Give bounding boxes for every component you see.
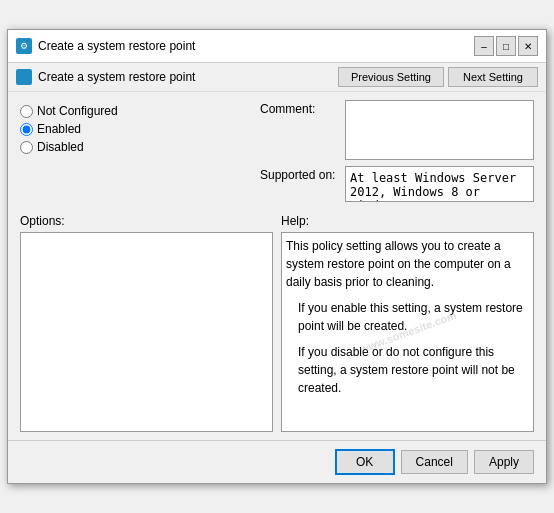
window-icon: ⚙ bbox=[16, 38, 32, 54]
help-box[interactable]: www.somesite.com This policy setting all… bbox=[281, 232, 534, 432]
nav-buttons: Previous Setting Next Setting bbox=[338, 67, 538, 87]
help-text-1: This policy setting allows you to create… bbox=[286, 237, 529, 291]
options-panel: Options: bbox=[20, 214, 273, 432]
comment-row: Comment: bbox=[260, 100, 534, 160]
ok-button[interactable]: OK bbox=[335, 449, 395, 475]
radio-group: Not Configured Enabled Disabled bbox=[20, 100, 140, 154]
radio-enabled-input[interactable] bbox=[20, 123, 33, 136]
right-panel: Comment: Supported on: bbox=[260, 100, 534, 210]
help-text-3: If you disable or do not configure this … bbox=[298, 343, 529, 397]
help-text-2: If you enable this setting, a system res… bbox=[298, 299, 529, 335]
subtitle-text: Create a system restore point bbox=[38, 70, 195, 84]
lower-section: Options: Help: www.somesite.com This pol… bbox=[20, 214, 534, 432]
previous-setting-button[interactable]: Previous Setting bbox=[338, 67, 444, 87]
main-window: ⚙ Create a system restore point – □ ✕ Cr… bbox=[7, 29, 547, 484]
radio-not-configured-input[interactable] bbox=[20, 105, 33, 118]
comment-label: Comment: bbox=[260, 100, 345, 116]
title-bar-controls: – □ ✕ bbox=[474, 36, 538, 56]
subtitle-left: Create a system restore point bbox=[16, 69, 195, 85]
top-section: Not Configured Enabled Disabled Comment: bbox=[20, 100, 534, 210]
title-bar-left: ⚙ Create a system restore point bbox=[16, 38, 195, 54]
minimize-button[interactable]: – bbox=[474, 36, 494, 56]
radio-disabled[interactable]: Disabled bbox=[20, 140, 140, 154]
close-button[interactable]: ✕ bbox=[518, 36, 538, 56]
options-box[interactable] bbox=[20, 232, 273, 432]
help-panel: Help: www.somesite.com This policy setti… bbox=[281, 214, 534, 432]
title-bar: ⚙ Create a system restore point – □ ✕ bbox=[8, 30, 546, 63]
radio-disabled-label: Disabled bbox=[37, 140, 84, 154]
bottom-bar: OK Cancel Apply bbox=[8, 440, 546, 483]
subtitle-icon bbox=[16, 69, 32, 85]
radio-not-configured-label: Not Configured bbox=[37, 104, 118, 118]
comment-input[interactable] bbox=[345, 100, 534, 160]
radio-enabled-label: Enabled bbox=[37, 122, 81, 136]
radio-enabled[interactable]: Enabled bbox=[20, 122, 140, 136]
cancel-button[interactable]: Cancel bbox=[401, 450, 468, 474]
supported-value bbox=[345, 166, 534, 202]
content-area: Not Configured Enabled Disabled Comment: bbox=[8, 92, 546, 440]
help-title: Help: bbox=[281, 214, 534, 228]
radio-not-configured[interactable]: Not Configured bbox=[20, 104, 140, 118]
apply-button[interactable]: Apply bbox=[474, 450, 534, 474]
maximize-button[interactable]: □ bbox=[496, 36, 516, 56]
subtitle-bar: Create a system restore point Previous S… bbox=[8, 63, 546, 92]
supported-label: Supported on: bbox=[260, 166, 345, 182]
supported-row: Supported on: bbox=[260, 166, 534, 202]
radio-disabled-input[interactable] bbox=[20, 141, 33, 154]
window-title: Create a system restore point bbox=[38, 39, 195, 53]
next-setting-button[interactable]: Next Setting bbox=[448, 67, 538, 87]
options-title: Options: bbox=[20, 214, 273, 228]
